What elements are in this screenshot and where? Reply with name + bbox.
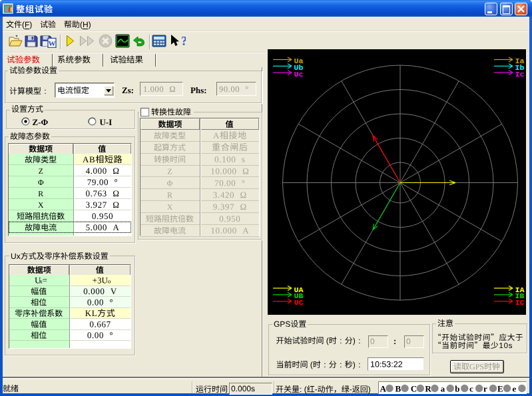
svg-text:?: ? (181, 35, 186, 48)
svg-text:Uc: Uc (294, 70, 304, 79)
svg-text:UC: UC (294, 298, 304, 307)
svg-text:W: W (49, 39, 56, 47)
svg-text:Ic: Ic (515, 70, 525, 79)
svg-text:IC: IC (515, 298, 525, 307)
